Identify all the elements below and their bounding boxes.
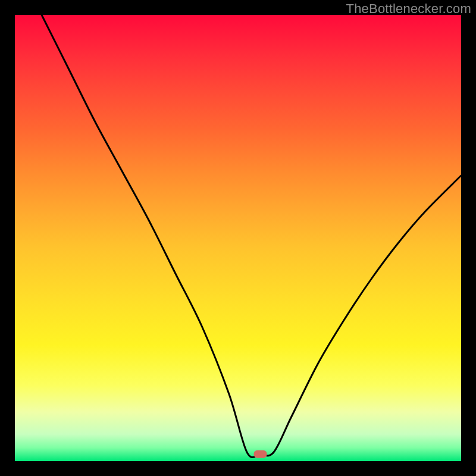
watermark-label: TheBottlenecker.com [346,1,471,17]
curve-layer [15,15,461,461]
bottleneck-curve [42,15,461,458]
chart-frame: TheBottlenecker.com [0,0,476,476]
optimum-marker [254,450,267,458]
plot-area [15,15,461,461]
